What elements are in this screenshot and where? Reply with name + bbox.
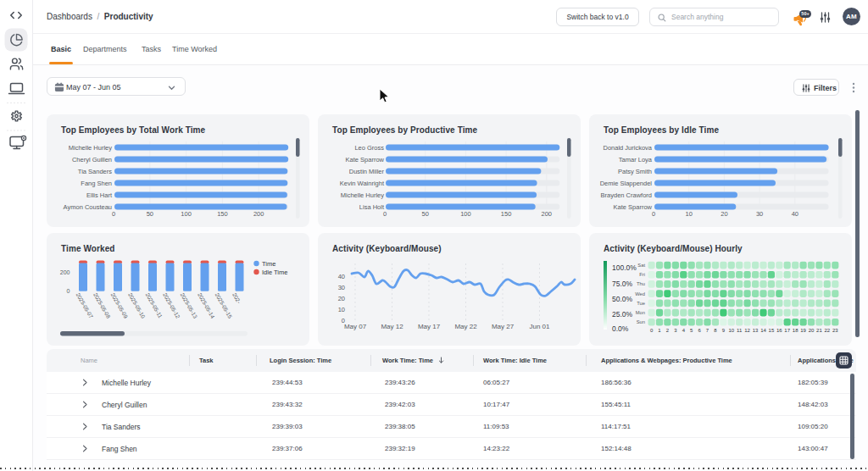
svg-text:2025-05-14: 2025-05-14 [197,292,216,320]
svg-text:11: 11 [737,328,743,333]
svg-text:Fri: Fri [639,272,645,277]
svg-text:Lisa Holt: Lisa Holt [359,203,385,211]
svg-text:19: 19 [800,328,806,333]
svg-text:7: 7 [706,328,709,333]
svg-text:0: 0 [383,210,387,218]
svg-text:50.0%: 50.0% [612,295,633,303]
svg-text:0.0%: 0.0% [612,324,629,333]
svg-text:2025-05-11: 2025-05-11 [145,292,164,319]
svg-text:12: 12 [744,328,750,333]
svg-text:50: 50 [422,210,429,218]
svg-text:May 07: May 07 [344,323,367,330]
svg-text:50: 50 [147,210,153,218]
svg-text:Ellis Hart: Ellis Hart [86,191,113,199]
svg-text:Kate Sparrow: Kate Sparrow [614,203,653,211]
svg-text:Brayden Crawford: Brayden Crawford [601,191,652,199]
svg-text:3: 3 [674,328,677,333]
svg-text:May 17: May 17 [418,323,441,330]
svg-text:2025-05-10: 2025-05-10 [127,292,147,320]
svg-text:18: 18 [793,328,798,333]
svg-text:May 12: May 12 [381,323,403,330]
svg-text:6: 6 [698,328,701,333]
svg-text:May 27: May 27 [492,323,515,330]
svg-text:Cheryl Guillen: Cheryl Guillen [72,156,112,163]
svg-text:0: 0 [67,288,70,294]
svg-text:8: 8 [714,328,717,333]
svg-text:Michelle Hurley: Michelle Hurley [69,144,113,152]
svg-text:30: 30 [756,210,763,218]
svg-text:25.0%: 25.0% [612,310,633,319]
svg-text:Kate Sparrow: Kate Sparrow [346,156,385,163]
svg-text:2025-05-09: 2025-05-09 [110,292,130,320]
svg-text:Michelle Hurley: Michelle Hurley [341,191,385,199]
svg-text:100: 100 [181,210,192,218]
svg-text:Sun: Sun [637,319,645,324]
svg-text:40: 40 [792,210,798,218]
svg-text:14: 14 [760,328,766,333]
svg-text:Tamar Loya: Tamar Loya [619,156,653,163]
svg-text:20: 20 [338,295,345,302]
svg-text:20: 20 [721,210,727,218]
svg-text:May 22: May 22 [454,323,477,330]
svg-text:2025-05-13: 2025-05-13 [180,292,199,320]
svg-text:2: 2 [666,328,670,333]
svg-text:1: 1 [658,328,661,333]
svg-text:Thu: Thu [637,281,645,286]
svg-text:22: 22 [824,328,830,333]
svg-text:16: 16 [776,328,782,333]
svg-text:Leo Gross: Leo Gross [354,144,384,152]
svg-text:9: 9 [722,328,726,333]
svg-text:100.0%: 100.0% [612,263,637,272]
svg-text:10: 10 [686,210,693,218]
svg-text:Kevin Wainright: Kevin Wainright [340,180,385,187]
svg-text:100: 100 [460,210,471,218]
svg-text:15: 15 [769,328,775,333]
svg-text:5: 5 [690,328,693,333]
svg-text:Aymon Cousteau: Aymon Cousteau [64,203,112,211]
svg-text:Donald Jurickova: Donald Jurickova [603,144,652,152]
svg-text:Sat: Sat [637,263,645,268]
svg-text:10: 10 [338,306,345,313]
svg-text:75.0%: 75.0% [612,280,633,288]
svg-text:Tia Sanders: Tia Sanders [78,168,112,175]
svg-text:150: 150 [217,210,228,218]
svg-text:Wed: Wed [635,291,645,296]
svg-text:Dustin Miller: Dustin Miller [349,168,385,175]
svg-text:Mon: Mon [636,310,645,315]
svg-text:30: 30 [338,284,345,291]
svg-text:202-: 202- [231,292,242,305]
svg-text:Idle Time: Idle Time [262,269,287,276]
svg-text:4: 4 [682,328,686,333]
svg-text:Time: Time [262,260,275,268]
svg-text:13: 13 [753,328,759,333]
svg-text:Jun 01: Jun 01 [529,323,550,330]
svg-text:2025-05-12: 2025-05-12 [162,292,181,320]
svg-text:20: 20 [809,328,815,333]
svg-text:2025-05-07: 2025-05-07 [75,292,95,320]
svg-text:Demie Slappendel: Demie Slappendel [600,180,653,187]
svg-text:200: 200 [542,210,553,218]
svg-text:0: 0 [652,210,655,218]
svg-text:10: 10 [728,328,734,333]
svg-text:23: 23 [832,328,838,333]
svg-text:Fang Shen: Fang Shen [81,180,112,187]
svg-text:40: 40 [338,273,345,280]
svg-text:21: 21 [816,328,822,333]
svg-text:2025-05-08: 2025-05-08 [92,292,112,320]
svg-text:2025-05-15: 2025-05-15 [214,292,234,320]
svg-text:0: 0 [112,210,115,218]
svg-text:150: 150 [501,210,512,218]
svg-text:200: 200 [60,269,70,275]
svg-text:17: 17 [784,328,790,333]
svg-text:200: 200 [253,210,264,218]
svg-text:Patsy Smith: Patsy Smith [618,168,652,175]
svg-text:0: 0 [650,328,654,333]
svg-text:Tue: Tue [637,301,645,306]
